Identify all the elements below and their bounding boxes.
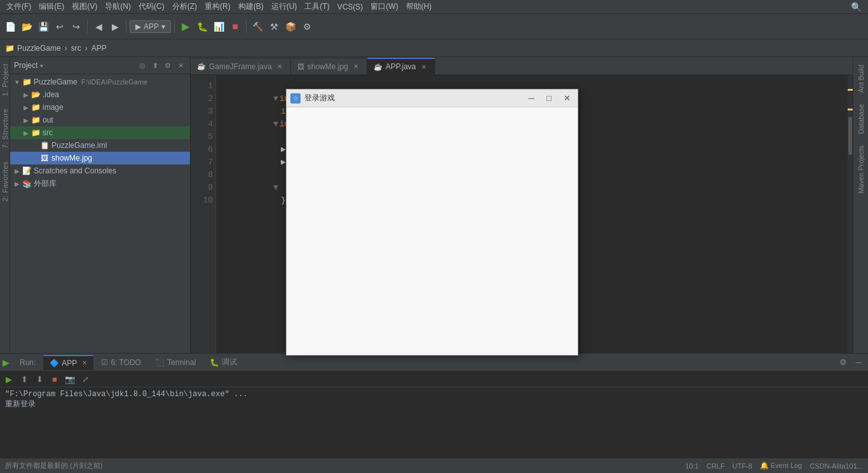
bottom-tab-terminal[interactable]: ⬛ Terminal — [149, 355, 202, 370]
debug-icon: 🐛 — [210, 358, 219, 367]
app-selector[interactable]: ▶ APP ▾ — [130, 20, 171, 33]
open-button[interactable]: 📂 — [19, 19, 34, 34]
run-camera-button[interactable]: 📷 — [64, 373, 76, 385]
left-tab-favorites[interactable]: 2: Favorites — [0, 155, 10, 208]
tree-item-image[interactable]: ▶ 📁 image — [10, 101, 190, 114]
tree-item-showme[interactable]: 🖼 showMe.jpg — [10, 152, 190, 164]
bottom-panel: ▶ Run: 🔷 APP ✕ ☑ 6: TODO ⬛ Terminal 🐛 调试… — [0, 353, 868, 458]
redo-button[interactable]: ↪ — [69, 19, 84, 34]
save-button[interactable]: 💾 — [36, 19, 51, 34]
bottom-minimize-button[interactable]: ─ — [851, 356, 865, 370]
global-search-icon[interactable]: 🔍 — [847, 1, 865, 13]
menu-window[interactable]: 窗口(W) — [367, 0, 402, 13]
back-button[interactable]: ◀ — [91, 19, 106, 34]
tree-item-iml[interactable]: 📋 PuzzleGame.iml — [10, 139, 190, 152]
run-stop-button[interactable]: ■ — [48, 373, 61, 385]
login-dialog[interactable]: ☆ 登录游戏 ─ □ ✕ — [286, 89, 578, 356]
tab-showme[interactable]: 🖼 showMe.jpg ✕ — [291, 58, 367, 74]
menu-edit[interactable]: 编辑(E) — [35, 0, 68, 13]
showme-tab-icon: 🖼 — [297, 63, 304, 70]
menu-refactor[interactable]: 重构(R) — [201, 0, 234, 13]
undo-button[interactable]: ↩ — [52, 19, 67, 34]
bottom-tab-todo[interactable]: ☑ 6: TODO — [95, 355, 147, 370]
panel-dropdown-arrow[interactable]: ▾ — [40, 62, 43, 69]
terminal-icon: ⬛ — [155, 358, 165, 367]
app-icon: ▶ — [135, 22, 141, 31]
bottom-tab-debug[interactable]: 🐛 调试 — [203, 355, 243, 370]
right-tab-database[interactable]: Database — [855, 99, 867, 139]
dialog-minimize-button[interactable]: ─ — [524, 93, 538, 104]
app-bottom-tab-close[interactable]: ✕ — [82, 359, 87, 366]
dialog-title-bar[interactable]: ☆ 登录游戏 ─ □ ✕ — [287, 90, 578, 107]
tree-root[interactable]: ▼ 📁 PuzzleGame F:\IDEA\PuzzleGame — [10, 76, 190, 88]
menu-view[interactable]: 视图(V) — [68, 0, 101, 13]
run-restart-button[interactable]: ▶ — [3, 373, 15, 385]
new-file-button[interactable]: 📄 — [3, 19, 18, 34]
idea-arrow: ▶ — [22, 91, 31, 98]
forward-button[interactable]: ▶ — [107, 19, 123, 34]
menu-help[interactable]: 帮助(H) — [402, 0, 436, 13]
menu-run[interactable]: 运行(U) — [268, 0, 301, 13]
bottom-tab-run-label[interactable]: Run: — [13, 355, 42, 370]
scroll-thumb[interactable] — [848, 117, 852, 155]
status-encoding[interactable]: CRLF — [707, 462, 725, 470]
tree-item-scratches[interactable]: ▶ 📝 Scratches and Consoles — [10, 164, 190, 177]
showme-tab-label: showMe.jpg — [308, 62, 348, 71]
build3-button[interactable]: 📦 — [283, 19, 298, 34]
menu-navigate[interactable]: 导航(N) — [101, 0, 135, 13]
collapse-all-button[interactable]: ⬆ — [149, 60, 161, 71]
run-up-button[interactable]: ⬆ — [18, 373, 31, 385]
out-name: out — [43, 116, 53, 124]
panel-settings-button[interactable]: ⚙ — [162, 60, 173, 71]
menu-bar: 文件(F) 编辑(E) 视图(V) 导航(N) 代码(C) 分析(Z) 重构(R… — [0, 0, 868, 14]
left-tab-structure[interactable]: 7: Structure — [0, 102, 10, 155]
tree-item-out[interactable]: ▶ 📁 out — [10, 114, 190, 126]
breadcrumb-project[interactable]: 📁 PuzzleGame — [5, 44, 61, 53]
right-tab-ant[interactable]: Ant Build — [855, 60, 867, 98]
tree-item-idea[interactable]: ▶ 📂 .idea — [10, 88, 190, 101]
bottom-tab-icons: ⚙ ─ — [836, 356, 865, 370]
tree-item-src[interactable]: ▶ 📁 src — [10, 126, 190, 139]
showme-tab-close[interactable]: ✕ — [351, 62, 360, 71]
todo-icon: ☑ — [101, 358, 108, 367]
bottom-tab-app[interactable]: 🔷 APP ✕ — [43, 355, 93, 370]
tab-app[interactable]: ☕ APP.java ✕ — [367, 58, 435, 74]
status-position[interactable]: 10:1 — [685, 462, 698, 470]
status-charset[interactable]: UTF-8 — [732, 462, 752, 470]
build-button[interactable]: 🔨 — [250, 19, 265, 34]
menu-code[interactable]: 代码(C) — [135, 0, 168, 13]
menu-vcs[interactable]: VCS(S) — [334, 1, 367, 13]
run-button[interactable]: ▶ — [178, 19, 193, 34]
breadcrumb-src[interactable]: src — [71, 44, 81, 53]
right-tab-maven[interactable]: Maven Projects — [855, 140, 867, 199]
locate-file-button[interactable]: ◎ — [137, 60, 148, 71]
toolbar-separator-3 — [174, 20, 175, 33]
debug-button[interactable]: 🐛 — [194, 19, 210, 34]
tree-item-extlib[interactable]: ▶ 📚 外部库 — [10, 177, 190, 190]
run-expand-button[interactable]: ⤢ — [79, 373, 92, 385]
status-message: 所有文件都是最新的 (片刻之前) — [5, 461, 102, 470]
breadcrumb-app[interactable]: APP — [92, 44, 107, 53]
stop-button[interactable]: ■ — [227, 19, 243, 34]
menu-analyze[interactable]: 分析(Z) — [168, 0, 201, 13]
menu-build[interactable]: 构建(B) — [234, 0, 268, 13]
status-event-log[interactable]: 🔔 Event Log — [760, 462, 803, 470]
menu-file[interactable]: 文件(F) — [3, 0, 35, 13]
dialog-close-button[interactable]: ✕ — [560, 93, 574, 104]
run-with-coverage-button[interactable]: 📊 — [211, 19, 226, 34]
build2-button[interactable]: ⚒ — [266, 19, 281, 34]
tab-gamejframe[interactable]: ☕ GameJFrame.java ✕ — [191, 58, 291, 74]
menu-tools[interactable]: 工具(T) — [301, 0, 333, 13]
gamejframe-tab-close[interactable]: ✕ — [275, 62, 284, 71]
settings-button[interactable]: ⚙ — [299, 19, 315, 34]
showme-icon: 🖼 — [39, 153, 50, 163]
app-tab-close[interactable]: ✕ — [419, 62, 428, 71]
dialog-maximize-button[interactable]: □ — [542, 93, 556, 104]
run-down-button[interactable]: ⬇ — [33, 373, 46, 385]
bottom-settings-button[interactable]: ⚙ — [836, 356, 850, 370]
todo-label: 6: TODO — [111, 358, 141, 367]
panel-hide-button[interactable]: ✕ — [175, 60, 186, 71]
left-tab-project[interactable]: 1: Project — [0, 57, 10, 102]
root-folder-icon: 📁 — [22, 77, 32, 87]
app-bottom-tab-label: APP — [62, 359, 77, 368]
